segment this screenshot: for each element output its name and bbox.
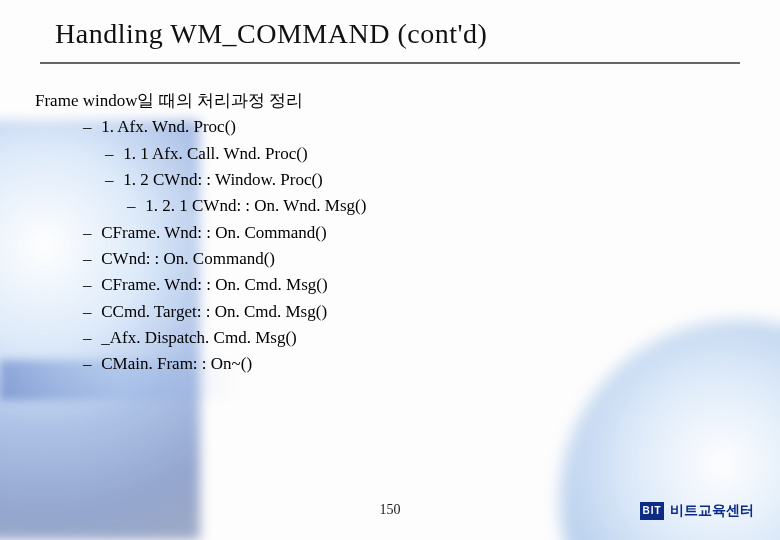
page-number: 150 <box>380 502 401 518</box>
bullet-dash-icon: – <box>83 114 97 140</box>
list-item: – CCmd. Target: : On. Cmd. Msg() <box>35 299 366 325</box>
slide-title: Handling WM_COMMAND (cont'd) <box>55 18 487 50</box>
bullet-dash-icon: – <box>105 141 119 167</box>
list-item-text: 1. 2. 1 CWnd: : On. Wnd. Msg() <box>145 196 366 215</box>
bullet-dash-icon: – <box>83 351 97 377</box>
bullet-dash-icon: – <box>83 220 97 246</box>
bullet-dash-icon: – <box>83 299 97 325</box>
list-item-text: CCmd. Target: : On. Cmd. Msg() <box>101 302 327 321</box>
list-item-text: 1. Afx. Wnd. Proc() <box>101 117 236 136</box>
bullet-dash-icon: – <box>83 325 97 351</box>
list-item: – 1. Afx. Wnd. Proc() <box>35 114 366 140</box>
list-item-text: 1. 2 CWnd: : Window. Proc() <box>123 170 323 189</box>
bullet-list: – 1. Afx. Wnd. Proc()– 1. 1 Afx. Call. W… <box>35 114 366 377</box>
logo-text: 비트교육센터 <box>670 502 754 520</box>
footer-logo: BIT 비트교육센터 <box>640 502 754 520</box>
lead-text: Frame window일 때의 처리과정 정리 <box>35 88 366 114</box>
list-item-text: _Afx. Dispatch. Cmd. Msg() <box>101 328 296 347</box>
bullet-dash-icon: – <box>105 167 119 193</box>
bullet-dash-icon: – <box>127 193 141 219</box>
logo-box-icon: BIT <box>640 502 664 520</box>
title-underline <box>40 62 740 64</box>
list-item-text: 1. 1 Afx. Call. Wnd. Proc() <box>123 144 307 163</box>
list-item-text: CFrame. Wnd: : On. Cmd. Msg() <box>101 275 327 294</box>
list-item: – CFrame. Wnd: : On. Command() <box>35 220 366 246</box>
list-item: – _Afx. Dispatch. Cmd. Msg() <box>35 325 366 351</box>
list-item: – CMain. Fram: : On~() <box>35 351 366 377</box>
list-item-text: CMain. Fram: : On~() <box>101 354 252 373</box>
bullet-dash-icon: – <box>83 246 97 272</box>
list-item-text: CWnd: : On. Command() <box>101 249 275 268</box>
slide-body: Frame window일 때의 처리과정 정리 – 1. Afx. Wnd. … <box>35 88 366 378</box>
list-item: – CWnd: : On. Command() <box>35 246 366 272</box>
list-item: – 1. 2. 1 CWnd: : On. Wnd. Msg() <box>35 193 366 219</box>
list-item: – CFrame. Wnd: : On. Cmd. Msg() <box>35 272 366 298</box>
list-item: – 1. 2 CWnd: : Window. Proc() <box>35 167 366 193</box>
bullet-dash-icon: – <box>83 272 97 298</box>
list-item: – 1. 1 Afx. Call. Wnd. Proc() <box>35 141 366 167</box>
list-item-text: CFrame. Wnd: : On. Command() <box>101 223 326 242</box>
